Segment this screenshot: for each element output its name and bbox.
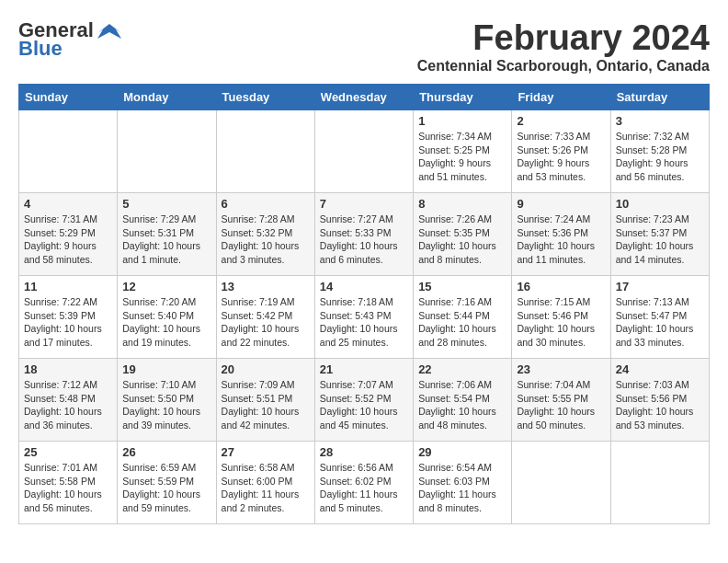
day-info: Sunrise: 7:15 AMSunset: 5:46 PMDaylight:… (517, 295, 605, 350)
day-number: 26 (122, 445, 210, 459)
calendar-cell: 13Sunrise: 7:19 AMSunset: 5:42 PMDayligh… (216, 276, 314, 359)
calendar-cell: 8Sunrise: 7:26 AMSunset: 5:35 PMDaylight… (414, 193, 512, 276)
calendar-cell: 6Sunrise: 7:28 AMSunset: 5:32 PMDaylight… (216, 193, 314, 276)
day-number: 21 (320, 362, 408, 376)
day-number: 17 (616, 280, 704, 293)
day-info: Sunrise: 6:56 AMSunset: 6:02 PMDaylight:… (320, 461, 408, 515)
logo: General Blue (18, 18, 123, 61)
calendar-cell: 11Sunrise: 7:22 AMSunset: 5:39 PMDayligh… (19, 276, 118, 359)
day-info: Sunrise: 7:27 AMSunset: 5:33 PMDaylight:… (320, 213, 408, 267)
day-info: Sunrise: 7:28 AMSunset: 5:32 PMDaylight:… (222, 213, 310, 267)
col-header-tuesday: Tuesday (216, 85, 314, 110)
day-number: 29 (418, 445, 506, 459)
day-number: 24 (616, 362, 704, 376)
calendar-cell: 24Sunrise: 7:03 AMSunset: 5:56 PMDayligh… (610, 359, 709, 442)
day-info: Sunrise: 7:13 AMSunset: 5:47 PMDaylight:… (616, 295, 704, 350)
col-header-wednesday: Wednesday (314, 85, 413, 110)
calendar-cell: 20Sunrise: 7:09 AMSunset: 5:51 PMDayligh… (216, 359, 314, 442)
calendar-cell (118, 110, 216, 193)
day-info: Sunrise: 7:12 AMSunset: 5:48 PMDaylight:… (24, 378, 112, 432)
calendar-cell: 21Sunrise: 7:07 AMSunset: 5:52 PMDayligh… (314, 359, 413, 442)
day-info: Sunrise: 7:03 AMSunset: 5:56 PMDaylight:… (616, 378, 704, 432)
day-number: 23 (517, 362, 605, 376)
day-number: 10 (616, 197, 704, 211)
col-header-friday: Friday (512, 85, 610, 110)
day-number: 5 (122, 197, 210, 211)
day-info: Sunrise: 7:04 AMSunset: 5:55 PMDaylight:… (517, 378, 605, 432)
day-number: 13 (222, 280, 310, 293)
col-header-saturday: Saturday (610, 85, 709, 110)
calendar-table: SundayMondayTuesdayWednesdayThursdayFrid… (18, 84, 710, 524)
day-number: 12 (122, 280, 210, 293)
calendar-cell: 7Sunrise: 7:27 AMSunset: 5:33 PMDaylight… (314, 193, 413, 276)
location-subtitle: Centennial Scarborough, Ontario, Canada (417, 58, 710, 75)
day-info: Sunrise: 7:07 AMSunset: 5:52 PMDaylight:… (320, 378, 408, 432)
day-number: 7 (320, 197, 408, 211)
day-number: 28 (320, 445, 408, 459)
calendar-cell (19, 110, 118, 193)
day-info: Sunrise: 7:01 AMSunset: 5:58 PMDaylight:… (24, 461, 112, 515)
day-number: 8 (418, 197, 506, 211)
day-info: Sunrise: 7:31 AMSunset: 5:29 PMDaylight:… (24, 213, 112, 267)
calendar-cell: 9Sunrise: 7:24 AMSunset: 5:36 PMDaylight… (512, 193, 610, 276)
day-number: 9 (517, 197, 605, 211)
day-number: 19 (122, 362, 210, 376)
day-number: 16 (517, 280, 605, 293)
day-number: 6 (222, 197, 310, 211)
day-info: Sunrise: 7:06 AMSunset: 5:54 PMDaylight:… (418, 378, 506, 432)
day-info: Sunrise: 7:22 AMSunset: 5:39 PMDaylight:… (24, 295, 112, 350)
calendar-cell: 18Sunrise: 7:12 AMSunset: 5:48 PMDayligh… (19, 359, 118, 442)
calendar-cell: 28Sunrise: 6:56 AMSunset: 6:02 PMDayligh… (314, 442, 413, 524)
day-info: Sunrise: 6:58 AMSunset: 6:00 PMDaylight:… (222, 461, 310, 515)
calendar-cell (314, 110, 413, 193)
calendar-cell: 23Sunrise: 7:04 AMSunset: 5:55 PMDayligh… (512, 359, 610, 442)
title-block: February 2024 Centennial Scarborough, On… (417, 18, 710, 75)
col-header-thursday: Thursday (414, 85, 512, 110)
col-header-monday: Monday (118, 85, 216, 110)
day-info: Sunrise: 7:16 AMSunset: 5:44 PMDaylight:… (418, 295, 506, 350)
day-number: 2 (517, 114, 605, 128)
calendar-cell: 4Sunrise: 7:31 AMSunset: 5:29 PMDaylight… (19, 193, 118, 276)
page-header: General Blue February 2024 Centennial Sc… (18, 18, 710, 75)
calendar-cell: 22Sunrise: 7:06 AMSunset: 5:54 PMDayligh… (414, 359, 512, 442)
calendar-cell: 2Sunrise: 7:33 AMSunset: 5:26 PMDaylight… (512, 110, 610, 193)
day-info: Sunrise: 7:20 AMSunset: 5:40 PMDaylight:… (122, 295, 210, 350)
calendar-week-row: 4Sunrise: 7:31 AMSunset: 5:29 PMDaylight… (19, 193, 710, 276)
day-number: 11 (24, 280, 112, 293)
day-info: Sunrise: 7:23 AMSunset: 5:37 PMDaylight:… (616, 213, 704, 267)
calendar-cell (216, 110, 314, 193)
day-number: 3 (616, 114, 704, 128)
day-info: Sunrise: 7:10 AMSunset: 5:50 PMDaylight:… (122, 378, 210, 432)
calendar-week-row: 1Sunrise: 7:34 AMSunset: 5:25 PMDaylight… (19, 110, 710, 193)
day-info: Sunrise: 7:24 AMSunset: 5:36 PMDaylight:… (517, 213, 605, 267)
day-number: 4 (24, 197, 112, 211)
calendar-cell: 15Sunrise: 7:16 AMSunset: 5:44 PMDayligh… (414, 276, 512, 359)
calendar-cell: 17Sunrise: 7:13 AMSunset: 5:47 PMDayligh… (610, 276, 709, 359)
calendar-cell: 27Sunrise: 6:58 AMSunset: 6:00 PMDayligh… (216, 442, 314, 524)
calendar-week-row: 11Sunrise: 7:22 AMSunset: 5:39 PMDayligh… (19, 276, 710, 359)
logo-blue: Blue (18, 37, 63, 61)
day-number: 20 (222, 362, 310, 376)
calendar-cell: 26Sunrise: 6:59 AMSunset: 5:59 PMDayligh… (118, 442, 216, 524)
calendar-cell: 14Sunrise: 7:18 AMSunset: 5:43 PMDayligh… (314, 276, 413, 359)
day-info: Sunrise: 7:19 AMSunset: 5:42 PMDaylight:… (222, 295, 310, 350)
day-number: 27 (222, 445, 310, 459)
day-number: 22 (418, 362, 506, 376)
day-number: 15 (418, 280, 506, 293)
day-info: Sunrise: 6:54 AMSunset: 6:03 PMDaylight:… (418, 461, 506, 515)
day-info: Sunrise: 7:29 AMSunset: 5:31 PMDaylight:… (122, 213, 210, 267)
day-info: Sunrise: 7:33 AMSunset: 5:26 PMDaylight:… (517, 130, 605, 184)
calendar-cell: 1Sunrise: 7:34 AMSunset: 5:25 PMDaylight… (414, 110, 512, 193)
day-number: 25 (24, 445, 112, 459)
svg-marker-0 (97, 24, 121, 39)
calendar-cell: 29Sunrise: 6:54 AMSunset: 6:03 PMDayligh… (414, 442, 512, 524)
day-number: 18 (24, 362, 112, 376)
col-header-sunday: Sunday (19, 85, 118, 110)
day-info: Sunrise: 7:34 AMSunset: 5:25 PMDaylight:… (418, 130, 506, 184)
day-info: Sunrise: 7:26 AMSunset: 5:35 PMDaylight:… (418, 213, 506, 267)
day-info: Sunrise: 6:59 AMSunset: 5:59 PMDaylight:… (122, 461, 210, 515)
calendar-cell: 10Sunrise: 7:23 AMSunset: 5:37 PMDayligh… (610, 193, 709, 276)
calendar-cell: 19Sunrise: 7:10 AMSunset: 5:50 PMDayligh… (118, 359, 216, 442)
calendar-cell (512, 442, 610, 524)
month-year-title: February 2024 (417, 18, 710, 58)
